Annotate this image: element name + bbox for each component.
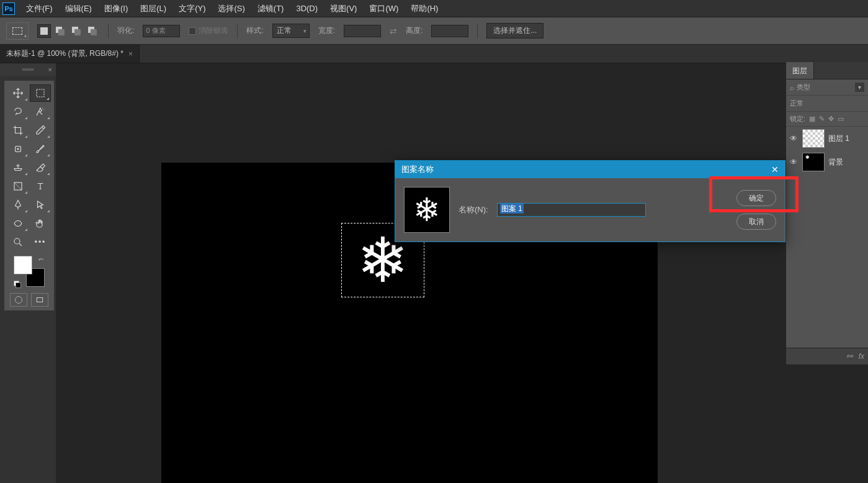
- document-tab-close[interactable]: ×: [128, 50, 133, 58]
- blend-mode-select[interactable]: 正常: [790, 99, 803, 108]
- color-swatches: ⤺: [14, 256, 45, 287]
- pattern-name-input[interactable]: 图案 1: [497, 203, 646, 217]
- lock-move-icon[interactable]: ✥: [828, 115, 834, 123]
- layers-panel: 图层 ⌕ 类型 ▾ 正常 锁定: ▦ ✎ ✥ ▭ 👁 图层 1 👁 背景 ⚯ f…: [786, 62, 868, 364]
- antialias-checkbox-group[interactable]: 消除锯齿: [189, 25, 228, 36]
- layer-item-background[interactable]: 👁 背景: [786, 150, 868, 174]
- name-field-label: 名称(N):: [459, 204, 488, 215]
- dialog-title: 图案名称: [401, 164, 434, 175]
- pen-tool[interactable]: [7, 196, 29, 214]
- divider: [108, 24, 109, 38]
- document-tab[interactable]: 未标题-1 @ 100% (背景, RGB/8#) * ×: [0, 45, 140, 63]
- menu-edit[interactable]: 编辑(E): [59, 1, 98, 17]
- svg-point-3: [14, 238, 20, 244]
- width-input[interactable]: [344, 25, 381, 37]
- brush-tool[interactable]: [30, 140, 51, 158]
- menu-bar: Ps 文件(F) 编辑(E) 图像(I) 图层(L) 文字(Y) 选择(S) 滤…: [0, 0, 868, 17]
- canvas-area: ❄: [56, 63, 868, 483]
- menu-3d[interactable]: 3D(D): [290, 1, 324, 16]
- tool-preset-dropdown[interactable]: [6, 22, 29, 40]
- feather-input[interactable]: [143, 25, 180, 37]
- height-label: 高度:: [406, 25, 423, 36]
- zoom-tool[interactable]: [7, 233, 29, 251]
- filter-type-label[interactable]: 类型: [797, 83, 852, 92]
- pattern-preview: ❄: [404, 187, 450, 233]
- default-colors-icon[interactable]: [14, 281, 20, 287]
- layer-thumbnail: [802, 129, 825, 148]
- layer-name: 图层 1: [828, 133, 849, 144]
- cancel-button[interactable]: 取消: [736, 214, 776, 230]
- selection-mode-group: [37, 24, 99, 38]
- document-tab-title: 未标题-1 @ 100% (背景, RGB/8#) *: [6, 48, 123, 59]
- marquee-icon: [12, 27, 22, 35]
- swap-wh-icon[interactable]: ⇄: [390, 26, 397, 36]
- menu-window[interactable]: 窗口(W): [363, 1, 405, 17]
- panel-collapse-handle[interactable]: ×: [0, 63, 56, 76]
- ok-button[interactable]: 确定: [736, 190, 776, 206]
- link-layers-icon[interactable]: ⚯: [846, 352, 852, 361]
- divider: [477, 24, 478, 38]
- more-tools[interactable]: •••: [30, 233, 51, 251]
- selection-intersect-button[interactable]: [86, 24, 99, 38]
- menu-filter[interactable]: 滤镜(T): [251, 1, 290, 17]
- lasso-tool[interactable]: [7, 103, 29, 120]
- fx-icon[interactable]: fx: [859, 352, 864, 361]
- options-bar: 羽化: 消除锯齿 样式: 正常 宽度: ⇄ 高度: 选择并遮住...: [0, 17, 868, 45]
- quick-mask-button[interactable]: [10, 293, 27, 307]
- menu-select[interactable]: 选择(S): [212, 1, 251, 17]
- app-logo: Ps: [2, 2, 15, 15]
- eraser-tool[interactable]: [30, 159, 51, 176]
- marquee-tool[interactable]: [30, 84, 51, 102]
- feather-label: 羽化:: [117, 25, 134, 36]
- menu-help[interactable]: 帮助(H): [405, 1, 444, 17]
- healing-brush-tool[interactable]: [7, 140, 29, 158]
- menu-layer[interactable]: 图层(L): [134, 1, 172, 17]
- lock-label: 锁定:: [790, 114, 805, 124]
- visibility-icon[interactable]: 👁: [789, 134, 799, 143]
- svg-rect-0: [37, 89, 44, 97]
- selection-new-button[interactable]: [37, 24, 51, 38]
- search-icon: ⌕: [790, 84, 794, 91]
- hand-tool[interactable]: [30, 215, 51, 232]
- menu-image[interactable]: 图像(I): [98, 1, 134, 17]
- dialog-titlebar[interactable]: 图案名称 ✕: [395, 161, 785, 178]
- layers-tab[interactable]: 图层: [786, 62, 814, 79]
- crop-tool[interactable]: [7, 122, 29, 139]
- select-and-mask-button[interactable]: 选择并遮住...: [486, 23, 544, 38]
- menu-view[interactable]: 视图(V): [324, 1, 363, 17]
- gradient-tool[interactable]: [7, 178, 29, 195]
- type-tool[interactable]: [30, 178, 51, 195]
- selection-add-button[interactable]: [53, 24, 67, 38]
- antialias-label: 消除锯齿: [199, 25, 228, 36]
- svg-rect-4: [37, 298, 42, 302]
- lock-artboard-icon[interactable]: ▭: [838, 115, 844, 123]
- screen-mode-button[interactable]: [31, 293, 48, 307]
- swap-colors-icon[interactable]: ⤺: [38, 256, 43, 263]
- style-select[interactable]: 正常: [272, 24, 310, 38]
- document-tab-bar: 未标题-1 @ 100% (背景, RGB/8#) * ×: [0, 45, 868, 63]
- width-label: 宽度:: [318, 25, 335, 36]
- filter-dropdown[interactable]: ▾: [855, 83, 864, 92]
- layer-item-1[interactable]: 👁 图层 1: [786, 127, 868, 150]
- layer-name: 背景: [828, 157, 843, 168]
- style-label: 样式:: [246, 25, 263, 36]
- quick-select-tool[interactable]: [30, 103, 51, 120]
- menu-type[interactable]: 文字(Y): [172, 1, 212, 17]
- move-tool[interactable]: [7, 84, 29, 102]
- visibility-icon[interactable]: 👁: [789, 158, 799, 166]
- shape-tool[interactable]: [7, 215, 29, 232]
- menu-file[interactable]: 文件(F): [20, 1, 59, 17]
- selection-subtract-button[interactable]: [69, 24, 83, 38]
- path-select-tool[interactable]: [30, 196, 51, 214]
- eyedropper-tool[interactable]: [30, 122, 51, 139]
- antialias-checkbox[interactable]: [189, 27, 196, 35]
- lock-position-icon[interactable]: ✎: [819, 115, 825, 123]
- dialog-close-button[interactable]: ✕: [771, 165, 779, 174]
- layer-thumbnail: [802, 153, 825, 171]
- height-input[interactable]: [431, 25, 468, 37]
- toolbox: ••• ⤺: [4, 81, 54, 310]
- clone-stamp-tool[interactable]: [7, 159, 29, 176]
- foreground-color-swatch[interactable]: [14, 256, 32, 274]
- lock-pixels-icon[interactable]: ▦: [809, 115, 815, 123]
- pattern-name-dialog: 图案名称 ✕ ❄ 名称(N): 图案 1 确定 取消: [395, 160, 785, 242]
